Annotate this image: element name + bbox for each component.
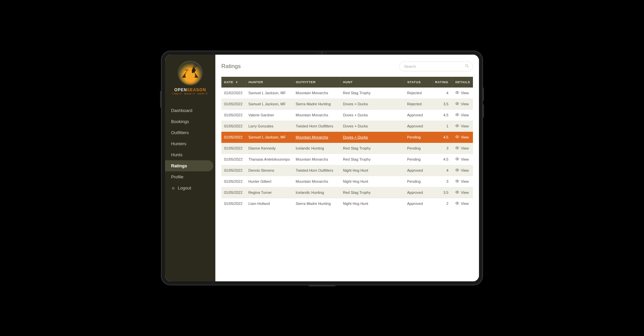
table-row[interactable]: 01/05/2022Dennis StevensTwisted Horn Out… (221, 165, 473, 176)
sidebar-item-outfitters[interactable]: Outfitters (165, 127, 213, 138)
cell-rating: 3 (432, 143, 452, 154)
view-button[interactable]: View (455, 135, 469, 139)
cell-details: View (452, 88, 473, 99)
cell-outfitter: Twisted Horn Outfitters (293, 165, 340, 176)
brand-tagline: FIND IT · BOOK IT · HUNT IT (168, 93, 212, 95)
table-row[interactable]: 01/05/2022Larry GonzalesTwisted Horn Out… (221, 121, 473, 132)
svg-point-11 (457, 170, 458, 171)
cell-date: 01/05/2022 (221, 110, 246, 121)
cell-details: View (452, 121, 473, 132)
table-row[interactable]: 01/05/2022Regina TurnerIcelandic Hunting… (221, 187, 473, 198)
cell-outfitter-link[interactable]: Mountain Monarchs (296, 135, 328, 139)
sidebar-item-label: Logout (178, 185, 191, 190)
cell-outfitter: Icelandic Hunting (293, 143, 340, 154)
brand-word-2: SEASON (187, 88, 206, 92)
col-header-date[interactable]: DATE ▼ (221, 77, 246, 88)
sidebar-item-hunters[interactable]: Hunters (165, 138, 213, 149)
view-button[interactable]: View (455, 146, 469, 151)
eye-icon (455, 146, 459, 151)
view-label: View (461, 168, 469, 172)
cell-hunter: Samuel L Jackson, MF (246, 88, 293, 99)
cell-outfitter: Mountain Monarchs (293, 88, 340, 99)
view-button[interactable]: View (455, 179, 469, 184)
col-header-rating[interactable]: RATING (432, 77, 452, 88)
cell-hunter: Dianne Kennedy (246, 143, 293, 154)
cell-rating: 3.5 (432, 99, 452, 110)
cell-status: Pending (405, 154, 432, 165)
cell-date: 01/05/2022 (221, 99, 246, 110)
brand-logo-icon (178, 61, 203, 86)
brand-logo: OPENSEASON FIND IT · BOOK IT · HUNT IT (165, 55, 215, 98)
cell-hunt: Red Stag Trophy (340, 88, 404, 99)
sidebar-item-logout[interactable]: ⎋Logout (165, 182, 213, 193)
view-button[interactable]: View (455, 157, 469, 162)
table-row[interactable]: 01/05/2022Samuel L Jackson, MFMountain M… (221, 132, 473, 143)
cell-rating: 2 (432, 198, 452, 209)
cell-date: 01/05/2022 (221, 165, 246, 176)
sidebar-item-dashboard[interactable]: Dashboard (165, 105, 213, 116)
cell-details: View (452, 154, 473, 165)
cell-details: View (452, 187, 473, 198)
table-row[interactable]: 01/05/2022Thanasis AntetokounmpoMountain… (221, 154, 473, 165)
col-header-hunt[interactable]: HUNT (340, 77, 404, 88)
view-button[interactable]: View (455, 190, 469, 195)
cell-date: 01/05/2022 (221, 143, 246, 154)
main-content: Ratings D (215, 55, 479, 281)
view-button[interactable]: View (455, 124, 469, 128)
view-button[interactable]: View (455, 102, 469, 106)
search-input[interactable] (399, 61, 473, 71)
cell-details: View (452, 99, 473, 110)
table-row[interactable]: 01/05/2022Samuel L Jackson, MFSierra Mad… (221, 99, 473, 110)
table-row[interactable]: 01/05/2022Dianne KennedyIcelandic Huntin… (221, 143, 473, 154)
sidebar-item-label: Ratings (171, 163, 187, 168)
cell-outfitter: Mountain Monarchs (293, 154, 340, 165)
eye-icon (455, 113, 459, 117)
cell-status: Approved (405, 198, 432, 209)
cell-hunt: Doves + Ducks (340, 121, 404, 132)
table-row[interactable]: 01/05/2022Valerie GardnerMountain Monarc… (221, 110, 473, 121)
view-button[interactable]: View (455, 168, 469, 173)
sidebar-nav: DashboardBookingsOutfittersHuntersHuntsR… (165, 105, 215, 193)
sidebar-item-label: Hunters (171, 141, 186, 146)
svg-point-14 (457, 203, 458, 204)
view-label: View (461, 102, 469, 106)
cell-rating: 3 (432, 176, 452, 187)
cell-hunt: Night Hog Hunt (340, 176, 404, 187)
sidebar-item-hunts[interactable]: Hunts (165, 149, 213, 160)
col-header-hunter[interactable]: HUNTER (246, 77, 293, 88)
sidebar-item-label: Profile (171, 174, 183, 179)
cell-hunt-link[interactable]: Doves + Ducks (343, 135, 368, 139)
cell-date: 01/05/2022 (221, 154, 246, 165)
view-label: View (461, 91, 469, 95)
cell-outfitter: Sierra Madre Hunting (293, 198, 340, 209)
topbar: Ratings (215, 55, 479, 77)
tablet-device-frame: OPENSEASON FIND IT · BOOK IT · HUNT IT D… (161, 51, 483, 285)
table-row[interactable]: 01/02/2022Samuel L Jackson, MFMountain M… (221, 88, 473, 99)
view-button[interactable]: View (455, 113, 469, 117)
logout-icon: ⎋ (171, 186, 175, 190)
svg-point-10 (457, 159, 458, 160)
cell-status: Pending (405, 143, 432, 154)
cell-date: 01/05/2022 (221, 121, 246, 132)
col-header-outfitter[interactable]: OUTFITTER (293, 77, 340, 88)
cell-date: 01/05/2022 (221, 198, 246, 209)
cell-rating: 4.5 (432, 154, 452, 165)
col-header-status[interactable]: STATUS (405, 77, 432, 88)
sidebar-item-ratings[interactable]: Ratings (165, 160, 213, 171)
cell-hunt: Red Stag Trophy (340, 154, 404, 165)
col-header-details[interactable]: DETAILS (452, 77, 473, 88)
sidebar-item-bookings[interactable]: Bookings (165, 116, 213, 127)
sidebar-item-profile[interactable]: Profile (165, 171, 213, 182)
view-label: View (461, 157, 469, 161)
eye-icon (455, 201, 459, 206)
cell-hunter: Samuel L Jackson, MF (246, 99, 293, 110)
cell-status: Approved (405, 121, 432, 132)
sidebar-item-label: Hunts (171, 152, 182, 157)
view-button[interactable]: View (455, 91, 469, 95)
table-row[interactable]: 01/05/2022Liam HollandSierra Madre Hunti… (221, 198, 473, 209)
table-row[interactable]: 01/05/2022Hunter GilbertMountain Monarch… (221, 176, 473, 187)
cell-hunt: Red Stag Trophy (340, 187, 404, 198)
view-button[interactable]: View (455, 201, 469, 206)
cell-status: Rejected (405, 99, 432, 110)
view-label: View (461, 190, 469, 194)
